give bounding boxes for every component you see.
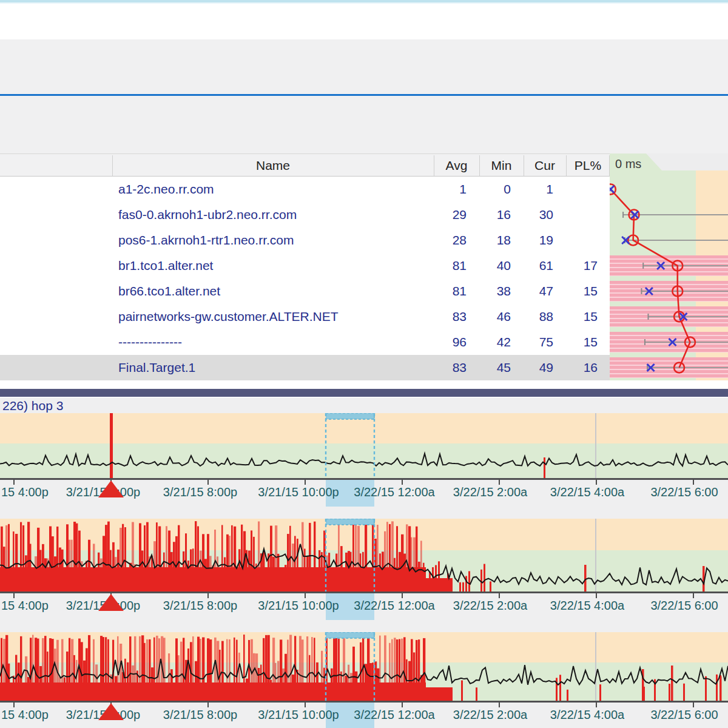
hop-name: br1.tco1.alter.net bbox=[118, 253, 213, 278]
hop-avg: 81 bbox=[434, 253, 467, 278]
latency-graph-overlay bbox=[610, 177, 728, 380]
latency-scale-header: 0 ms bbox=[610, 153, 728, 177]
event-marker-icon[interactable] bbox=[98, 703, 124, 720]
axis-tick-label: 3/21/15 8:00p bbox=[163, 708, 237, 722]
axis-tick-label: 3/22/15 2:00a bbox=[453, 708, 527, 722]
hop-cur: 75 bbox=[524, 329, 553, 355]
axis-tick-label: 3/21/15 8:00p bbox=[163, 599, 237, 613]
hop-row[interactable]: ---------------96427515 bbox=[0, 329, 610, 355]
column-header-pl[interactable]: PL% bbox=[566, 154, 610, 177]
hop-cur: 49 bbox=[524, 355, 553, 380]
hop-min: 18 bbox=[479, 228, 511, 253]
spacer bbox=[0, 380, 728, 389]
hop-pl bbox=[566, 177, 598, 202]
axis-tick-label: 3/22/15 6:00 bbox=[650, 708, 718, 722]
hop-name: a1-2c.neo.rr.com bbox=[118, 177, 214, 202]
axis-tick-label: 3/21/15 10:00p bbox=[258, 599, 339, 613]
hop-pl bbox=[566, 228, 598, 253]
hop-min: 40 bbox=[479, 253, 511, 278]
hop-avg: 96 bbox=[434, 329, 467, 355]
axis-tick-label: 3/22/15 6:00 bbox=[650, 485, 718, 499]
axis-tick-label: 3/22/15 12:00a bbox=[354, 708, 434, 722]
hop-min: 38 bbox=[479, 278, 511, 304]
axis-tick-label: 3/21/15 10:00p bbox=[258, 708, 339, 722]
zero-ms-label: 0 ms bbox=[615, 157, 641, 171]
hop-row[interactable]: a1-2c.neo.rr.com101 bbox=[0, 177, 610, 202]
axis-tick-label: 3/22/15 2:00a bbox=[453, 485, 527, 499]
toolbar: Interval 2.5 seconds Focus 60 minutes bbox=[0, 96, 728, 153]
axis-tick-label: 15 4:00p bbox=[1, 485, 49, 499]
hop-name: fas0-0.akrnoh1-ubr2.neo.rr.com bbox=[118, 202, 297, 228]
hop-name: pos6-1.akrnoh1-rtr1.neo.rr.com bbox=[118, 228, 294, 253]
column-header-min[interactable]: Min bbox=[479, 154, 524, 177]
hop-min: 46 bbox=[479, 304, 511, 329]
timeline-graph[interactable] bbox=[0, 632, 728, 701]
hop-cur: 19 bbox=[524, 228, 553, 253]
column-header-avg[interactable]: Avg bbox=[434, 154, 479, 177]
window-top-strip bbox=[0, 0, 728, 4]
hop-row[interactable]: pairnetworks-gw.customer.ALTER.NET834688… bbox=[0, 304, 610, 329]
timeline-header: 226) hop 3 bbox=[0, 398, 728, 413]
hop-avg: 81 bbox=[434, 278, 467, 304]
time-axis-labels: 15 4:00p3/21/15 6:00p3/21/15 8:00p3/21/1… bbox=[0, 703, 728, 728]
hop-name: pairnetworks-gw.customer.ALTER.NET bbox=[118, 304, 339, 329]
timeline-graph[interactable] bbox=[0, 519, 728, 592]
axis-tick-label: 15 4:00p bbox=[1, 599, 49, 613]
time-axis-labels: 15 4:00p3/21/15 6:00p3/21/15 8:00p3/21/1… bbox=[0, 593, 728, 620]
hop-avg: 83 bbox=[434, 304, 467, 329]
axis-tick-label: 3/22/15 4:00a bbox=[550, 485, 624, 499]
hop-name: Final.Target.1 bbox=[118, 355, 195, 380]
event-marker-icon[interactable] bbox=[98, 594, 124, 611]
hop-row[interactable]: Final.Target.183454916 bbox=[0, 355, 610, 380]
axis-tick-label: 3/22/15 6:00 bbox=[650, 599, 718, 613]
axis-tick-label: 3/22/15 4:00a bbox=[550, 599, 624, 613]
axis-tick-label: 3/21/15 10:00p bbox=[258, 485, 339, 499]
hop-pl bbox=[566, 202, 598, 228]
hop-avg: 28 bbox=[434, 228, 467, 253]
splitter-bar[interactable] bbox=[0, 389, 728, 398]
menu-area bbox=[0, 39, 728, 94]
hop-pl: 17 bbox=[566, 253, 598, 278]
axis-tick-label: 3/22/15 2:00a bbox=[453, 599, 527, 613]
hop-min: 42 bbox=[479, 329, 511, 355]
hop-row[interactable]: fas0-0.akrnoh1-ubr2.neo.rr.com291630 bbox=[0, 202, 610, 228]
trace-table: Name Avg Min Cur PL% 0 ms a1-2c.neo.rr.c… bbox=[0, 153, 728, 380]
axis-tick-label: 3/21/15 8:00p bbox=[163, 485, 237, 499]
event-marker-icon[interactable] bbox=[98, 480, 124, 497]
axis-tick-label: 3/22/15 4:00a bbox=[550, 708, 624, 722]
hop-row[interactable]: pos6-1.akrnoh1-rtr1.neo.rr.com281819 bbox=[0, 228, 610, 253]
hop-min: 45 bbox=[479, 355, 511, 380]
hop-pl: 15 bbox=[566, 278, 598, 304]
hop-cur: 61 bbox=[524, 253, 553, 278]
time-axis-labels: 15 4:00p3/21/15 6:00p3/21/15 8:00p3/21/1… bbox=[0, 480, 728, 507]
hop-cur: 47 bbox=[524, 278, 553, 304]
hop-pl: 15 bbox=[566, 304, 598, 329]
column-header-name[interactable]: Name bbox=[112, 154, 434, 177]
hop-row[interactable]: br1.tco1.alter.net81406117 bbox=[0, 253, 610, 278]
timeline-graph[interactable] bbox=[0, 413, 728, 478]
pingplotter-window: { "toolbar": { "target_value": "", "inte… bbox=[0, 0, 728, 728]
axis-tick-label: 3/22/15 12:00a bbox=[354, 599, 434, 613]
hop-avg: 1 bbox=[434, 177, 467, 202]
axis-tick-label: 3/22/15 12:00a bbox=[354, 485, 434, 499]
hop-name: br66.tco1.alter.net bbox=[118, 278, 220, 304]
hop-row[interactable]: br66.tco1.alter.net81384715 bbox=[0, 278, 610, 304]
hop-avg: 29 bbox=[434, 202, 467, 228]
axis-tick-label: 15 4:00p bbox=[1, 708, 49, 722]
hop-min: 16 bbox=[479, 202, 511, 228]
hop-cur: 1 bbox=[524, 177, 553, 202]
hop-name: --------------- bbox=[118, 329, 182, 355]
hop-cur: 88 bbox=[524, 304, 553, 329]
column-header-cur[interactable]: Cur bbox=[524, 154, 566, 177]
hop-avg: 83 bbox=[434, 355, 467, 380]
hop-min: 0 bbox=[479, 177, 511, 202]
hop-label: 226) hop 3 bbox=[0, 399, 63, 413]
hop-pl: 15 bbox=[566, 329, 598, 355]
hop-pl: 16 bbox=[566, 355, 598, 380]
hop-cur: 30 bbox=[524, 202, 553, 228]
